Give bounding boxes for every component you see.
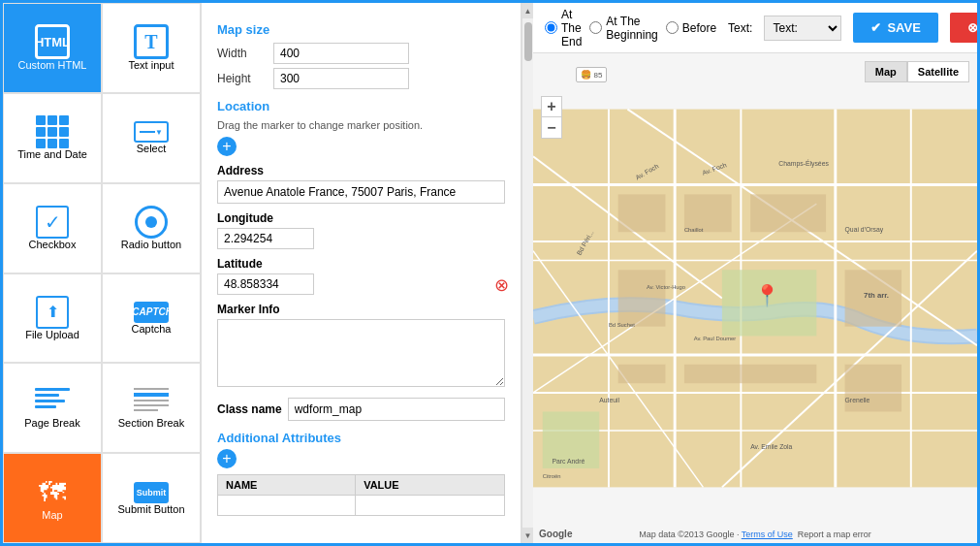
sidebar-item-pagebreak-label: Page Break — [24, 417, 79, 429]
width-input[interactable] — [273, 43, 409, 64]
sidebar-item-captcha-label: Captcha — [132, 323, 172, 335]
svg-rect-22 — [618, 365, 666, 383]
height-input[interactable] — [273, 68, 409, 89]
latitude-label: Latitude — [217, 257, 505, 271]
svg-text:Citroën: Citroën — [543, 473, 561, 479]
sidebar-item-section-break[interactable]: Section Break — [102, 363, 201, 453]
sidebar-item-html[interactable]: HTML Custom HTML — [3, 3, 102, 93]
form-scrollbar[interactable]: ▲ ▼ — [522, 3, 533, 543]
svg-text:Auteuil: Auteuil — [599, 397, 619, 403]
upload-icon: ⬆ — [36, 296, 69, 329]
sectionbreak-icon — [134, 388, 169, 417]
svg-rect-19 — [750, 194, 826, 232]
height-label: Height — [217, 72, 266, 85]
svg-text:Av. Victor-Hugo: Av. Victor-Hugo — [647, 284, 685, 290]
svg-text:Grenelle: Grenelle — [845, 397, 870, 403]
terms-link[interactable]: Terms of Use — [742, 530, 793, 539]
sidebar-item-map[interactable]: 🗺 Map — [3, 453, 102, 543]
sidebar-item-time-date[interactable]: Time and Date — [3, 93, 102, 183]
attr-table: NAME VALUE — [217, 474, 505, 516]
radio-before-label: Before — [682, 21, 716, 35]
svg-rect-24 — [845, 365, 901, 412]
scroll-up-arrow[interactable]: ▲ — [522, 3, 533, 18]
svg-text:Parc André: Parc André — [552, 458, 585, 465]
sidebar-item-select[interactable]: ▼ Select — [102, 93, 201, 183]
radio-icon — [135, 206, 168, 239]
radio-at-beginning[interactable]: At The Beginning — [589, 15, 657, 42]
svg-rect-20 — [618, 270, 666, 326]
sidebar-item-checkbox[interactable]: ✓ Checkbox — [3, 183, 102, 273]
map-type-satellite[interactable]: Satellite — [907, 61, 969, 82]
right-panel: At The End At The Beginning Before Text:… — [533, 3, 977, 543]
radio-at-beginning-label: At The Beginning — [606, 15, 657, 42]
location-title: Location — [217, 99, 505, 113]
svg-text:Av. Paul Doumer: Av. Paul Doumer — [694, 336, 737, 341]
sidebar-item-sectionbreak-label: Section Break — [118, 417, 184, 429]
save-button[interactable]: ✔ SAVE — [853, 13, 937, 43]
x-icon: ⊗ — [967, 20, 977, 35]
sidebar-item-text-input[interactable]: T Text input — [102, 3, 201, 93]
sidebar-item-submit[interactable]: Submit Submit Button — [102, 453, 201, 543]
attr-name-header: NAME — [218, 475, 356, 496]
svg-text:Av. Emile Zola: Av. Emile Zola — [750, 443, 792, 450]
grid-icon — [36, 115, 69, 148]
error-icon: ⊗ — [494, 274, 509, 296]
svg-text:Quai d'Orsay: Quai d'Orsay — [845, 226, 884, 234]
attr-value-header: VALUE — [356, 475, 505, 496]
svg-text:Chaillot: Chaillot — [684, 227, 704, 233]
zoom-in-button[interactable]: + — [541, 96, 562, 117]
classname-label: Class name — [217, 402, 282, 416]
cancel-button[interactable]: ⊗ CANCEL — [950, 13, 977, 43]
location-hint: Drag the marker to change marker positio… — [217, 119, 505, 131]
classname-input[interactable] — [288, 398, 505, 421]
text-icon: T — [134, 24, 169, 59]
attr-add-button[interactable]: + — [217, 449, 237, 468]
submit-icon: Submit — [134, 482, 169, 503]
svg-rect-17 — [618, 194, 666, 232]
address-label: Address — [217, 164, 505, 177]
radio-at-end[interactable]: At The End — [545, 8, 582, 48]
save-label: SAVE — [887, 20, 920, 35]
sidebar-item-radio[interactable]: Radio button — [102, 183, 201, 273]
radio-at-end-input[interactable] — [545, 21, 557, 34]
form-panel: Map size Width Height Location Drag the … — [202, 3, 522, 543]
sidebar-item-radio-label: Radio button — [121, 239, 181, 250]
sidebar-item-select-label: Select — [137, 143, 167, 154]
radio-before-input[interactable] — [666, 21, 679, 34]
sidebar-item-file-label: File Upload — [25, 329, 79, 340]
address-input[interactable] — [217, 180, 505, 204]
checkmark-icon: ✔ — [870, 20, 881, 35]
additional-attributes-title: Additional Attributes — [217, 431, 505, 445]
captcha-icon: reCAPTCHA — [134, 302, 169, 323]
svg-rect-23 — [684, 365, 816, 383]
scroll-thumb[interactable] — [524, 22, 532, 61]
longitude-input[interactable] — [217, 228, 314, 249]
zoom-out-button[interactable]: − — [541, 117, 562, 139]
sidebar-item-checkbox-label: Checkbox — [29, 239, 77, 250]
map-size-title: Map size — [217, 22, 505, 37]
radio-at-end-label: At The End — [561, 8, 582, 48]
sidebar-item-time-label: Time and Date — [17, 148, 87, 160]
map-type-map[interactable]: Map — [865, 61, 907, 82]
sidebar-item-html-label: Custom HTML — [18, 59, 87, 71]
sidebar-item-captcha[interactable]: reCAPTCHA Captcha — [102, 273, 201, 364]
top-bar: At The End At The Beginning Before Text:… — [533, 3, 977, 53]
marker-info-input[interactable] — [217, 319, 505, 387]
text-dropdown[interactable]: Text: — [764, 16, 841, 41]
latitude-input[interactable] — [217, 273, 314, 295]
text-label: Text: — [728, 21, 752, 35]
pagebreak-icon — [35, 388, 70, 417]
width-label: Width — [217, 47, 266, 60]
marker-info-label: Marker Info — [217, 303, 505, 316]
longitude-label: Longitude — [217, 211, 505, 225]
scroll-down-arrow[interactable]: ▼ — [522, 528, 533, 543]
google-logo: Google — [539, 529, 572, 539]
sidebar-item-file-upload[interactable]: ⬆ File Upload — [3, 273, 102, 364]
position-radio-group: At The End At The Beginning Before — [545, 8, 716, 48]
radio-before[interactable]: Before — [666, 21, 716, 35]
sidebar: HTML Custom HTML T Text input Time and D… — [3, 3, 202, 543]
radio-at-beginning-input[interactable] — [589, 21, 602, 34]
map-zoom-controls: 🍔 85 + − — [541, 61, 562, 139]
sidebar-item-page-break[interactable]: Page Break — [3, 363, 102, 453]
location-add-button[interactable]: + — [217, 137, 237, 156]
